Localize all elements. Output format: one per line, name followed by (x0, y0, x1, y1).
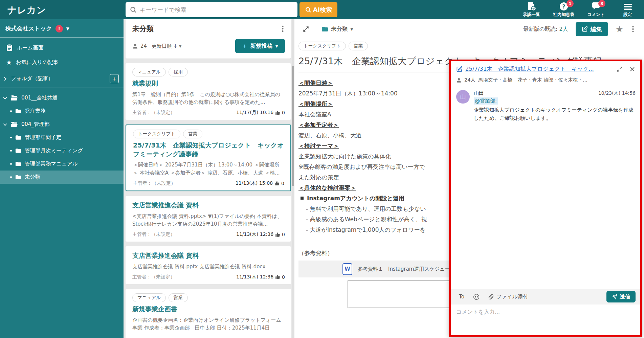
folder-row-annual[interactable]: 管理部年間予定 (0, 131, 124, 144)
mention-chip[interactable]: @営業部: (474, 97, 498, 105)
folder-icon (15, 135, 21, 140)
folder-row-monthly[interactable]: 管理部月次ミーティング (0, 144, 124, 157)
bullet-icon (10, 137, 12, 138)
card-title: 支店営業推進会議 資料 (132, 201, 285, 210)
list-scrollbar[interactable] (292, 19, 294, 338)
notification-badge: 1 (567, 0, 574, 7)
search-icon (130, 6, 137, 13)
article-card-selected[interactable]: トークスクリプト 営業 25/7/31木 企業認知拡大プロジェクト キックオフミ… (126, 125, 291, 191)
article-count: 24 (140, 43, 147, 49)
folder-icon (15, 161, 21, 166)
tag-chip: マニュアル (132, 68, 166, 76)
sidebar-folders-header[interactable]: フォルダ（記事） ＋ (0, 70, 124, 88)
tag-chip: 営業 (349, 42, 368, 50)
new-post-button[interactable]: ＋ 新規投稿 ▼ (235, 39, 285, 53)
comment-toolbar: To ファイル添付 送信 (451, 289, 640, 305)
article-card[interactable]: マニュアル 営業 新規事業企画書 企画書の概要企画名：企業向けオンライン研修プラ… (126, 289, 291, 338)
bullet-icon (10, 150, 12, 152)
folder-icon (15, 175, 21, 180)
thumbs-up-icon (275, 110, 280, 115)
to-button[interactable]: To (459, 294, 464, 300)
topbar-actions: 承認一覧 ? 社内知恵袋 1 コメント 3 設定 (521, 1, 638, 18)
close-icon[interactable] (629, 66, 636, 72)
ai-search-button[interactable]: AI検索 (299, 2, 337, 17)
comment-article-link[interactable]: 25/7/31木 企業認知拡大プロジェクト キック... (465, 65, 594, 73)
article-card[interactable]: 支店営業推進会議 資料 <支店営業推進会議 資料.pptx> ▼(1)ファイルの… (126, 196, 291, 242)
card-owner: （未設定） (151, 231, 175, 237)
search-input[interactable] (140, 6, 293, 13)
attach-file-button[interactable]: ファイル添付 (488, 293, 528, 300)
folder-icon (15, 109, 21, 114)
folder-breadcrumb[interactable]: 未分類 ▼ (321, 25, 353, 33)
comment-input[interactable] (456, 309, 635, 331)
card-date: 11/13(木) 15:08 (236, 180, 273, 186)
kebab-menu-icon[interactable] (631, 24, 635, 34)
comments-button[interactable]: コメント 3 (586, 1, 606, 18)
edit-button[interactable]: 編集 (576, 22, 608, 36)
kebab-menu-icon[interactable] (281, 24, 285, 33)
card-date: 11/13(木) 12:36 (236, 274, 273, 280)
approval-doc-icon (527, 1, 537, 11)
org-alert-badge: ! (55, 25, 63, 32)
settings-button[interactable]: 設定 (618, 1, 638, 18)
list-header: 未分類 24 更新日順 ↓ ▼ ＋ 新規投稿 ▼ (126, 19, 291, 59)
thumbs-up-icon (275, 232, 280, 237)
org-name: 株式会社ストック (5, 25, 52, 32)
approval-list-button[interactable]: 承認一覧 (521, 1, 542, 18)
folder-row-admin[interactable]: 004_管理部 (0, 118, 124, 131)
card-title: 就業規則 (132, 79, 285, 88)
folder-open-icon (11, 121, 18, 127)
favorite-star-icon[interactable]: ★ (616, 25, 623, 33)
card-title: 25/7/31木 企業認知拡大プロジェクト キックオフミーティング議事録 (133, 141, 284, 158)
sidebar-item-home[interactable]: ホーム画面 (0, 40, 124, 55)
expand-icon[interactable] (617, 66, 622, 72)
emoji-button[interactable] (473, 294, 480, 300)
search-icon (305, 6, 311, 13)
card-date: 11/13(木) 12:36 (236, 231, 273, 238)
folder-row-manual[interactable]: 管理部業務マニュアル (0, 157, 124, 171)
tag-chip: トークスクリプト (298, 42, 346, 50)
knowledge-bag-button[interactable]: ? 社内知恵袋 1 (553, 1, 575, 18)
plus-icon: ＋ (242, 42, 248, 50)
clipboard-icon (6, 44, 13, 51)
folder-row-ordering[interactable]: 発注業務 (0, 105, 124, 118)
folder-icon (321, 26, 328, 32)
folder-tree: 001__全社共通 発注業務 004_管理部 管理部年間予定 (0, 91, 124, 184)
article-card[interactable]: 支店営業推進会議 資料 支店営業推進会議 資料.pptx 支店営業推進会議 資料… (126, 246, 291, 284)
pencil-square-icon (456, 66, 463, 72)
topbar: ナレカン AI検索 承認一覧 ? 社内知恵袋 1 (0, 0, 644, 19)
detail-header: 未分類 ▼ 最新版の既読: 2人 編集 ★ (294, 19, 644, 39)
person-icon (132, 43, 138, 49)
folder-row-company[interactable]: 001__全社共通 (0, 91, 124, 105)
like-count: 0 (282, 274, 285, 280)
comment-text: 企業認知拡大プロジェクトのキックオフミーティングの議事録を作成したため、ご確認お… (474, 106, 636, 122)
list-title: 未分類 (132, 24, 281, 33)
expand-icon[interactable] (303, 26, 309, 32)
send-button[interactable]: 送信 (606, 291, 636, 302)
sidebar-item-favorites[interactable]: ★ お気に入りの記事 (0, 55, 124, 70)
square-bullet-icon (301, 197, 304, 200)
card-description: 企画書の概要企画名：企業向けオンライン研修プラットフォーム事業 作成者：事業企画… (132, 316, 285, 332)
comment-panel: 25/7/31木 企業認知拡大プロジェクト キック... 24人 馬場文子・高橋… (449, 60, 642, 337)
person-icon (456, 77, 462, 83)
add-folder-button[interactable]: ＋ (110, 74, 119, 83)
like-count: 0 (282, 232, 285, 237)
caret-down-icon: ▼ (351, 27, 353, 31)
members-names: 馬場文子・高橋 花子・青木 治郎・佐々木桜・... (478, 77, 587, 83)
card-description: ＜開催日時＞ 2025年7月31日（木）13:00～14:00 ＜開催場所＞ 本… (133, 161, 284, 177)
folder-row-uncategorized[interactable]: 未分類 (0, 171, 124, 184)
members-count[interactable]: 24人 (464, 77, 475, 83)
read-count-link[interactable]: 2人 (559, 26, 568, 32)
article-card[interactable]: マニュアル 採用 就業規則 第1章 総則（目的）第1条 この規則は○○株式会社の… (126, 63, 291, 120)
card-title: 新規事業企画書 (132, 305, 285, 314)
search-box[interactable] (126, 2, 297, 17)
card-description: 第1章 総則（目的）第1条 この規則は○○株式会社の従業員の労働条件、服務規則そ… (132, 91, 285, 107)
sort-selector[interactable]: 更新日順 ↓ ▼ (152, 43, 181, 49)
read-status: 最新版の既読: 2人 (523, 26, 568, 33)
card-owner: （未設定） (151, 110, 175, 115)
app-logo: ナレカン (7, 4, 46, 16)
folder-icon (15, 148, 21, 153)
thumbs-up-icon (274, 181, 280, 186)
bullet-icon (10, 110, 12, 112)
org-switcher[interactable]: 株式会社ストック ! ▼ (0, 19, 124, 38)
